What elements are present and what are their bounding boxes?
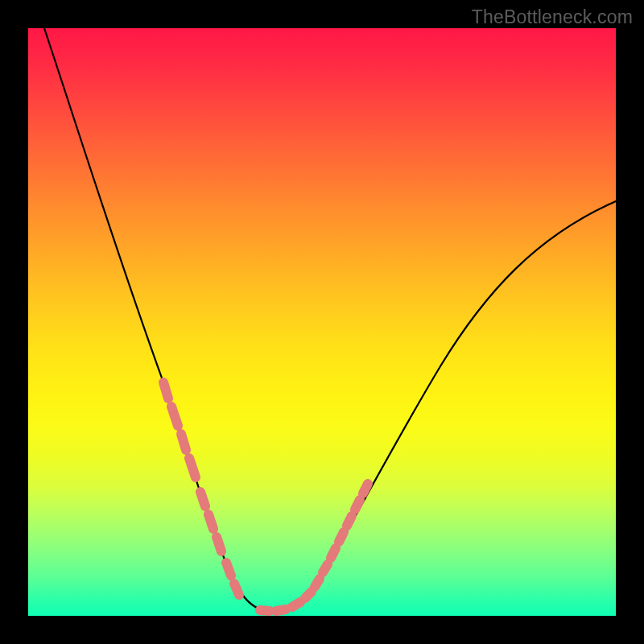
dash-icon	[189, 458, 196, 477]
dash-icon	[234, 584, 239, 595]
dash-icon	[226, 563, 231, 576]
dash-icon	[217, 537, 221, 551]
highlight-right	[260, 484, 368, 611]
dash-icon	[305, 592, 312, 598]
curve-layer	[28, 28, 616, 616]
dash-icon	[339, 532, 344, 542]
chart-stage: TheBottleneck.com	[0, 0, 644, 644]
watermark-text: TheBottleneck.com	[472, 6, 633, 28]
dash-icon	[323, 564, 328, 572]
dash-icon	[331, 548, 336, 558]
dash-icon	[171, 407, 178, 426]
dash-icon	[355, 500, 360, 510]
dash-icon	[200, 492, 205, 506]
dash-icon	[315, 579, 320, 587]
bottleneck-curve	[44, 28, 616, 611]
dash-icon	[181, 434, 186, 450]
plot-area	[28, 28, 616, 616]
dash-icon	[260, 610, 270, 611]
dash-icon	[347, 516, 352, 526]
dash-icon	[163, 382, 168, 398]
dash-icon	[292, 602, 300, 607]
dash-icon	[363, 484, 368, 493]
dash-icon	[208, 514, 213, 529]
dash-icon	[276, 609, 286, 611]
highlight-left	[163, 382, 239, 595]
